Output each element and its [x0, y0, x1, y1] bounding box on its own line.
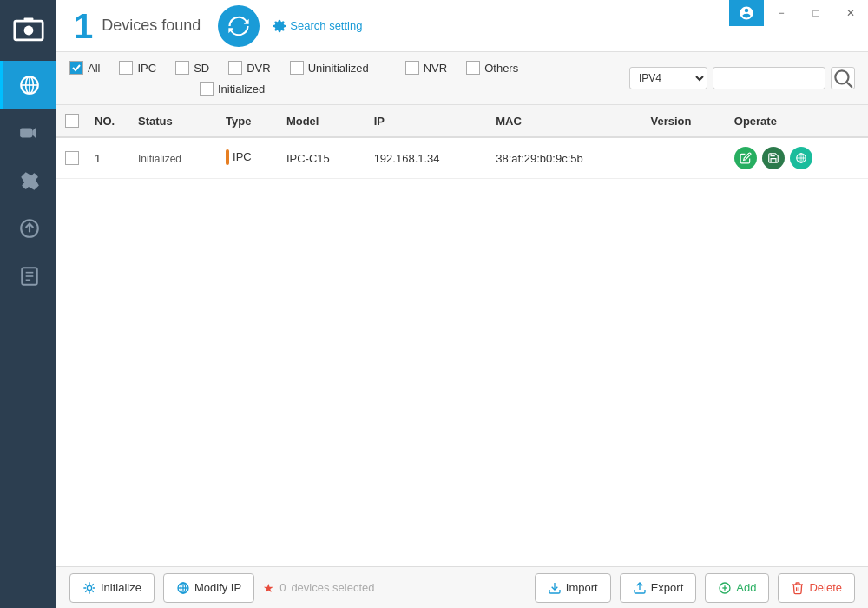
ip-version-select[interactable]: IPV4 IPV6: [629, 67, 707, 89]
table-header-row: NO. Status Type Model IP MAC Version Ope…: [56, 105, 868, 137]
sidebar-item-ip-search[interactable]: [0, 61, 56, 109]
close-button[interactable]: ✕: [833, 0, 868, 26]
th-operate: Operate: [727, 105, 868, 137]
maximize-button[interactable]: □: [799, 0, 833, 26]
table-row: 1 Initialized IPC IPC-C15 192.168.1.34 3…: [56, 137, 868, 179]
checkbox-others[interactable]: [466, 61, 480, 75]
checkbox-dvr[interactable]: [228, 61, 242, 75]
td-version-1: [643, 137, 727, 179]
modify-ip-button[interactable]: Modify IP: [163, 573, 254, 603]
filter-others[interactable]: Others: [466, 59, 518, 76]
filter-initialized[interactable]: Initialized: [200, 80, 265, 97]
checkbox-ipc[interactable]: [119, 61, 133, 75]
sidebar-item-log[interactable]: [0, 252, 56, 300]
search-setting-label: Search setting: [290, 19, 362, 32]
device-table: NO. Status Type Model IP MAC Version Ope…: [56, 105, 868, 179]
type-indicator-1: IPC: [226, 149, 252, 165]
th-model: Model: [279, 105, 367, 137]
filter-others-label: Others: [484, 62, 518, 75]
add-button[interactable]: Add: [705, 573, 769, 603]
checkbox-nvr[interactable]: [405, 61, 419, 75]
th-type: Type: [219, 105, 279, 137]
edit-button-1[interactable]: [734, 147, 757, 169]
td-ip-1: 192.168.1.34: [367, 137, 490, 179]
th-status: Status: [131, 105, 219, 137]
svg-line-14: [847, 83, 852, 88]
device-count: 1: [74, 9, 93, 43]
bottom-bar: Initialize Modify IP ★ 0 devices selecte…: [56, 566, 868, 608]
filter-nvr-label: NVR: [424, 62, 447, 75]
checkbox-sd[interactable]: [175, 61, 189, 75]
th-version: Version: [643, 105, 727, 137]
status-badge-1: Initialized: [138, 153, 181, 165]
type-dot-1: [226, 149, 229, 165]
checkbox-uninitialized[interactable]: [290, 61, 304, 75]
modify-ip-label: Modify IP: [194, 581, 241, 594]
save-button-1[interactable]: [762, 147, 785, 169]
refresh-button[interactable]: [218, 5, 260, 47]
filter-right: IPV4 IPV6: [629, 67, 855, 89]
web-button-1[interactable]: [790, 147, 812, 169]
titlebar: 1 Devices found Search setting −: [56, 0, 868, 52]
delete-button[interactable]: Delete: [778, 573, 855, 603]
svg-rect-2: [23, 18, 33, 23]
window-controls: − □ ✕: [729, 0, 868, 26]
main-panel: 1 Devices found Search setting −: [56, 0, 868, 608]
td-model-1: IPC-C15: [279, 137, 367, 179]
filter-nvr[interactable]: NVR: [405, 59, 447, 76]
checkbox-initialized[interactable]: [200, 82, 214, 96]
sidebar: [0, 0, 56, 608]
import-button[interactable]: Import: [535, 573, 611, 603]
td-mac-1: 38:af:29:b0:9c:5b: [489, 137, 643, 179]
initialize-label: Initialize: [101, 581, 141, 594]
td-no-1: 1: [88, 137, 131, 179]
svg-point-1: [23, 26, 33, 36]
device-table-area: NO. Status Type Model IP MAC Version Ope…: [56, 105, 868, 566]
selected-count: 0: [279, 581, 286, 594]
filter-all-label: All: [88, 62, 100, 75]
import-label: Import: [566, 581, 598, 594]
filter-uninitialized[interactable]: Uninitialized: [290, 59, 369, 76]
checkbox-all[interactable]: [69, 61, 83, 75]
initialize-button[interactable]: Initialize: [69, 573, 155, 603]
td-type-1: IPC: [219, 137, 279, 179]
filter-dvr-label: DVR: [247, 62, 270, 75]
export-label: Export: [651, 581, 684, 594]
star-icon: ★: [263, 581, 274, 595]
td-checkbox-1[interactable]: [56, 137, 88, 179]
filter-ipc-label: IPC: [137, 62, 156, 75]
app-logo: [7, 9, 50, 52]
svg-point-19: [87, 585, 91, 590]
search-input[interactable]: [713, 67, 825, 89]
app-icon-area: [729, 0, 764, 26]
filter-row-1: All IPC SD DVR: [69, 59, 855, 97]
devices-selected-label: devices selected: [291, 581, 374, 594]
add-label: Add: [736, 581, 756, 594]
sidebar-item-tools[interactable]: [0, 156, 56, 204]
filter-sd[interactable]: SD: [175, 59, 209, 76]
filter-dvr[interactable]: DVR: [228, 59, 270, 76]
page-title: Devices found: [102, 17, 201, 35]
selected-info: ★ 0 devices selected: [263, 581, 526, 595]
select-all-checkbox[interactable]: [65, 114, 79, 128]
search-setting-button[interactable]: Search setting: [273, 19, 362, 33]
search-button[interactable]: [831, 67, 855, 89]
filter-bar: All IPC SD DVR: [56, 52, 868, 105]
filter-sd-label: SD: [194, 62, 209, 75]
operate-buttons-1: [734, 147, 861, 169]
sidebar-item-upgrade[interactable]: [0, 204, 56, 252]
td-operate-1: [727, 137, 868, 179]
filter-uninitialized-label: Uninitialized: [308, 62, 369, 75]
th-ip: IP: [367, 105, 490, 137]
row-checkbox-1[interactable]: [65, 151, 79, 165]
td-status-1: Initialized: [131, 137, 219, 179]
sidebar-item-camera[interactable]: [0, 109, 56, 156]
filter-ipc[interactable]: IPC: [119, 59, 156, 76]
th-select-all[interactable]: [56, 105, 88, 137]
filter-all[interactable]: All: [69, 59, 100, 76]
th-mac: MAC: [489, 105, 643, 137]
th-no: NO.: [88, 105, 131, 137]
svg-point-13: [835, 70, 848, 83]
export-button[interactable]: Export: [620, 573, 697, 603]
minimize-button[interactable]: −: [764, 0, 799, 26]
